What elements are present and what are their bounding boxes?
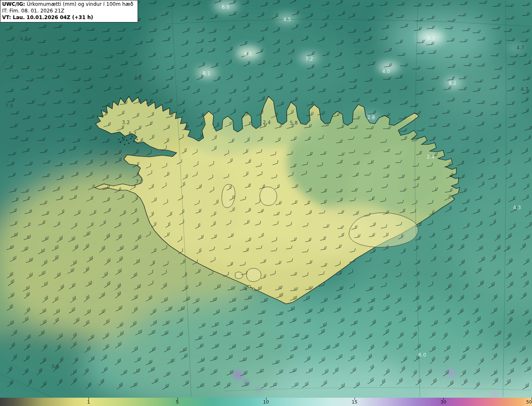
- precipitation-wind-map: [0, 0, 532, 398]
- colorbar-tick-label: 30: [441, 399, 446, 405]
- title-box: UWC/IG: Úrkomumætti (mm) og vindur í 100…: [0, 0, 138, 22]
- colorbar-tick-label: 5: [176, 399, 179, 405]
- colorbar: 1510153050: [0, 398, 532, 406]
- colorbar-tick-label: 10: [263, 399, 269, 405]
- init-time: IT: Fim. 08. 01. 2026 21Z: [2, 8, 133, 15]
- colorbar-tick-label: 50: [526, 399, 532, 405]
- colorbar-tick-label: 15: [352, 399, 357, 405]
- model-label: UWC/IG:: [2, 1, 25, 7]
- weather-map-page: 6.04.54.48.34.78.17.28.14.08.23.14.77.93…: [0, 0, 532, 406]
- map-title: Úrkomumætti (mm) og vindur í 100m hæð: [27, 1, 133, 7]
- colorbar-tick-label: 1: [87, 399, 90, 405]
- valid-time: VT: Lau. 10.01.2026 04Z (+31 h): [2, 15, 133, 21]
- title-line-model: UWC/IG: Úrkomumætti (mm) og vindur í 100…: [2, 1, 133, 8]
